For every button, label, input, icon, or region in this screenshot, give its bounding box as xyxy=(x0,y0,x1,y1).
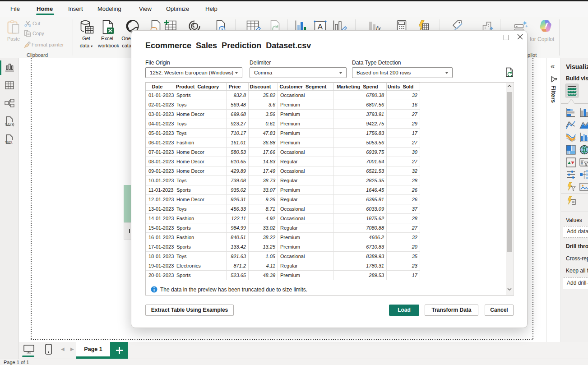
svg-text:DAX: DAX xyxy=(5,122,12,126)
svg-text:TMDL: TMDL xyxy=(5,141,13,144)
